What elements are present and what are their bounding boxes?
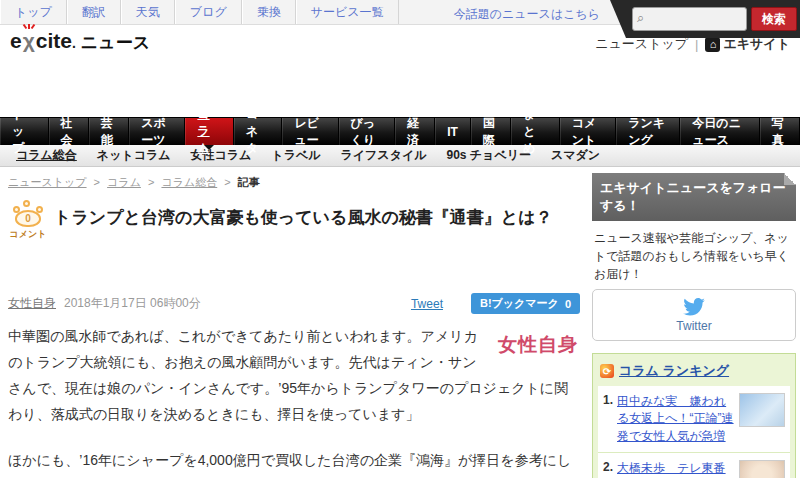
top-link-translate[interactable]: 翻訳 — [67, 0, 121, 24]
nav-international[interactable]: 国際 — [471, 118, 511, 145]
list-item: 2. 大橋未歩 テレ東番組出禁か？各局活躍も古巣出演なしの異常事態 — [598, 453, 790, 478]
subnav-sumadan[interactable]: スマダン — [541, 147, 610, 164]
nav-koneta[interactable]: コネタ — [234, 118, 283, 145]
comment-label: コメント — [8, 228, 48, 241]
rank-number: 1. — [603, 393, 613, 445]
search-icon: ⌕ — [637, 10, 644, 26]
article-meta: 女性自身 2018年1月17日 06時00分 Tweet B!ブックマーク 0 — [8, 293, 580, 314]
breadcrumb-column[interactable]: コラム — [107, 176, 141, 188]
ranking-box: ⟳ コラム ランキング 1. 田中みな実 嫌われる女返上へ！“正論”連発で女性人… — [592, 353, 796, 478]
ranking-link-2[interactable]: 大橋未歩 テレ東番組出禁か？各局活躍も古巣出演なしの異常事態 — [617, 460, 734, 478]
follow-box-title: エキサイトニュースをフォローする！ — [592, 173, 796, 221]
logo-cite: cite — [36, 29, 72, 53]
twitter-button-label: Twitter — [676, 319, 711, 333]
breadcrumb-current: 記事 — [238, 176, 260, 188]
comment-widget[interactable]: 0 コメント — [8, 200, 48, 241]
logo-x: χ — [22, 29, 36, 53]
follow-box-description: ニュース速報や芸能ゴシップ、ネットで話題のおもしろ情報をいち早くお届け！ — [592, 221, 796, 289]
excite-news-logo[interactable]: eχcite.ニュース — [10, 29, 150, 54]
publish-date: 2018年1月17日 06時00分 — [64, 295, 411, 312]
logo-dot: . — [72, 35, 76, 51]
article-body: 女性自身 中華圏の風水師であれば、これができてあたり前といわれます。アメリカのト… — [8, 324, 580, 478]
twitter-follow-button[interactable]: Twitter — [592, 289, 796, 341]
logo-news-suffix: ニュース — [81, 31, 150, 54]
top-link-services[interactable]: サービス一覧 — [296, 0, 399, 24]
nav-photo[interactable]: 写真 — [760, 118, 800, 145]
nav-sports[interactable]: スポーツ — [129, 118, 185, 145]
ranking-icon: ⟳ — [600, 364, 614, 378]
logo-e: e — [10, 29, 22, 53]
top-link-transit[interactable]: 乗換 — [242, 0, 296, 24]
content-area: ニューストップ > コラム > コラム総合 > 記事 0 コメント トランプと台… — [0, 167, 800, 478]
nav-it[interactable]: IT — [435, 118, 471, 145]
divider: | — [695, 37, 698, 52]
article-column: ニューストップ > コラム > コラム総合 > 記事 0 コメント トランプと台… — [8, 173, 580, 478]
nav-top[interactable]: トップ — [0, 118, 49, 145]
breadcrumb-separator: > — [94, 176, 100, 188]
sidebar: エキサイトニュースをフォローする！ ニュース速報や芸能ゴシップ、ネットで話題のお… — [592, 173, 796, 478]
comment-count: 0 — [15, 210, 41, 227]
nav-entertainment[interactable]: 芸能 — [89, 118, 129, 145]
twitter-bird-icon — [683, 298, 705, 316]
nav-ranking[interactable]: ランキング — [616, 118, 680, 145]
nav-economy[interactable]: 経済 — [395, 118, 435, 145]
trending-news-link[interactable]: 今話題のニュースはこちら — [454, 6, 600, 23]
source-magazine-logo: 女性自身 — [496, 324, 580, 366]
breadcrumb-column-general[interactable]: コラム総合 — [161, 176, 217, 188]
home-icon: ⌂ — [705, 37, 720, 52]
ranking-link-1[interactable]: 田中みな実 嫌われる女返上へ！“正論”連発で女性人気が急増 — [617, 393, 734, 445]
ad-slot — [0, 60, 800, 117]
hatena-bookmark-button[interactable]: B!ブックマーク 0 — [471, 293, 580, 314]
ranking-thumbnail-1[interactable] — [739, 393, 785, 427]
spark-icon — [24, 24, 34, 29]
breadcrumb-separator: > — [224, 176, 230, 188]
nav-todays-news[interactable]: 今日のニュース — [680, 118, 759, 145]
ranking-thumbnail-2[interactable] — [739, 460, 785, 478]
paragraph: ほかにも、’16年にシャープを4,000億円で買収した台湾の企業『鴻海』が擇日を… — [8, 448, 580, 478]
search-input-wrap: ⌕ — [632, 7, 747, 31]
breadcrumb-separator: > — [148, 176, 154, 188]
top-link-home[interactable]: トップ — [0, 0, 67, 24]
subnav-net-column[interactable]: ネットコラム — [87, 147, 181, 164]
sub-navigation: コラム総合 ネットコラム 女性コラム トラベル ライフスタイル 90s チョベリ… — [0, 145, 800, 167]
bookmark-label: B!ブックマーク — [480, 296, 559, 311]
top-link-blog[interactable]: ブログ — [175, 0, 242, 24]
paragraph: 中華圏の風水師であれば、これができてあたり前といわれます。アメリカのトランプ大統… — [8, 324, 580, 428]
nav-society[interactable]: 社会 — [49, 118, 89, 145]
article-header: 0 コメント トランプと台湾の大富豪も使っている風水の秘書『通書』とは？ — [8, 200, 580, 241]
subnav-travel[interactable]: トラベル — [261, 147, 330, 164]
page-title: トランプと台湾の大富豪も使っている風水の秘書『通書』とは？ — [54, 200, 553, 241]
list-item: 1. 田中みな実 嫌われる女返上へ！“正論”連発で女性人気が急増 — [598, 386, 790, 453]
nav-bikkuri[interactable]: びっくり — [339, 118, 395, 145]
rank-number: 2. — [603, 460, 613, 478]
subnav-lifestyle[interactable]: ライフスタイル — [331, 147, 437, 164]
main-navigation: トップ 社会 芸能 スポーツ コラム コネタ レビュー びっくり 経済 IT 国… — [0, 117, 800, 145]
source-link[interactable]: 女性自身 — [8, 295, 56, 312]
search-input[interactable] — [632, 7, 747, 31]
ranking-title-link[interactable]: コラム ランキング — [619, 362, 729, 380]
service-links: トップ 翻訳 天気 ブログ 乗換 サービス一覧 — [0, 0, 399, 24]
breadcrumb: ニューストップ > コラム > コラム総合 > 記事 — [8, 175, 580, 190]
nav-comment[interactable]: コメント — [560, 118, 616, 145]
nav-column-active[interactable]: コラム — [185, 118, 234, 145]
paw-comment-icon: 0 — [12, 200, 44, 227]
fold-corner — [784, 173, 796, 185]
excite-news-page: トップ 翻訳 天気 ブログ 乗換 サービス一覧 今話題のニュースはこちら ⌕ 検… — [0, 0, 800, 478]
search-button[interactable]: 検索 — [751, 7, 797, 31]
ranking-list: 1. 田中みな実 嫌われる女返上へ！“正論”連発で女性人気が急増 2. 大橋未歩… — [598, 386, 790, 478]
search-bar: ⌕ 検索 — [610, 0, 800, 38]
bookmark-count: 0 — [565, 298, 571, 310]
nav-matome[interactable]: まとめ — [511, 118, 560, 145]
follow-box: エキサイトニュースをフォローする！ ニュース速報や芸能ゴシップ、ネットで話題のお… — [592, 173, 796, 341]
breadcrumb-news-top[interactable]: ニューストップ — [8, 176, 87, 188]
tweet-button[interactable]: Tweet — [411, 297, 443, 311]
ranking-header: ⟳ コラム ランキング — [598, 359, 790, 386]
top-link-weather[interactable]: 天気 — [121, 0, 175, 24]
nav-review[interactable]: レビュー — [282, 118, 338, 145]
